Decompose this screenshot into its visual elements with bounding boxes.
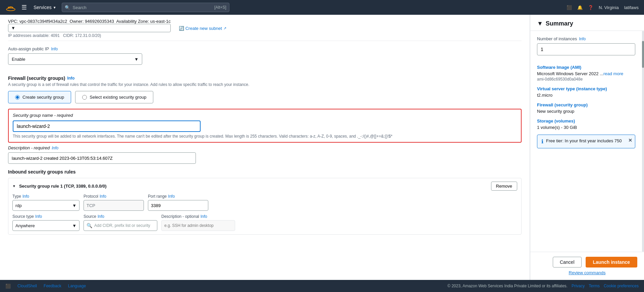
source-type-field: Source type Info Anywhere ▼: [12, 214, 79, 231]
instances-label: Number of instances Info: [537, 36, 635, 41]
firewall-summary-section: Firewall (security group) New security g…: [537, 102, 635, 114]
free-tier-box: ℹ Free tier: In your first year includes…: [537, 135, 635, 148]
instance-type-value: t2.micro: [537, 93, 635, 98]
description-section: Description - required Info: [8, 145, 522, 164]
summary-panel: ▼ Summary Number of instances Info Softw…: [530, 15, 644, 280]
desc-label: Description - required Info: [8, 145, 522, 150]
source-info[interactable]: Info: [98, 214, 104, 219]
desc-info[interactable]: Info: [52, 146, 58, 150]
sg-name-box: Security group name - required This secu…: [8, 109, 522, 143]
user-menu[interactable]: latifaws: [624, 5, 639, 10]
select-existing-sg-radio[interactable]: Select existing security group: [75, 91, 153, 103]
chevron-down-icon: ▼: [53, 6, 56, 9]
source-input[interactable]: 🔍 Add CIDR, prefix list or security: [84, 220, 157, 231]
instance-type-section: Virtual server type (instance type) t2.m…: [537, 86, 635, 98]
aws-logo: aws: [5, 2, 16, 13]
auto-assign-select[interactable]: Enable ▼: [8, 53, 142, 65]
triangle-icon: ▼: [537, 20, 543, 27]
region-selector[interactable]: N. Virginia: [599, 5, 619, 10]
firewall-summary-title[interactable]: Firewall (security group): [537, 102, 635, 107]
vpc-dropdown-btn[interactable]: ▼: [8, 24, 171, 32]
nav-right: ⬛ 🔔 ❓ N. Virginia latifaws: [567, 5, 639, 10]
top-navigation: aws ☰ Services ▼ 🔍 Search [Alt+S] ⬛ 🔔 ❓ …: [0, 0, 644, 15]
type-label: Type Info: [12, 194, 79, 199]
type-select[interactable]: rdp ▼: [12, 200, 79, 211]
triangle-icon: ▼: [12, 184, 16, 188]
firewall-label: Firewall (security groups) Info: [8, 76, 522, 81]
instances-input[interactable]: [537, 43, 635, 55]
source-field: Source Info 🔍 Add CIDR, prefix list or s…: [84, 214, 157, 231]
firewall-section: Firewall (security groups) Info A securi…: [8, 70, 522, 243]
ami-value: Microsoft Windows Server 2022 ...read mo…: [537, 71, 635, 76]
main-wrapper: VPC: vpc-0837c394f9434a2c2 Owner: 946926…: [0, 15, 644, 280]
create-new-subnet-link[interactable]: 🔄 Create new subnet ↗: [179, 26, 226, 31]
ami-section: Software Image (AMI) Microsoft Windows S…: [537, 65, 635, 82]
firewall-info[interactable]: Info: [67, 76, 74, 81]
chevron-down-icon: ▼: [72, 203, 76, 208]
rule-row: ▼ Security group rule 1 (TCP, 3389, 0.0.…: [8, 178, 522, 235]
menu-icon[interactable]: ☰: [21, 4, 27, 11]
search-icon: 🔍: [87, 223, 92, 228]
search-icon: 🔍: [65, 5, 70, 10]
help-icon[interactable]: ❓: [588, 5, 593, 10]
ami-id: ami-0d86c69530d0a048e: [537, 77, 635, 82]
services-menu[interactable]: Services ▼: [34, 5, 56, 10]
source-type-info[interactable]: Info: [35, 214, 42, 219]
source-label: Source Info: [84, 214, 157, 219]
chevron-down-icon: ▼: [134, 57, 139, 62]
auto-assign-label: Auto-assign public IP Info: [8, 46, 522, 51]
auto-assign-section: Auto-assign public IP Info Enable ▼: [8, 41, 522, 70]
cancel-button[interactable]: Cancel: [553, 257, 582, 267]
summary-scroll-content: Number of instances Info Software Image …: [530, 31, 642, 252]
summary-header: ▼ Summary: [530, 15, 644, 31]
bell-icon[interactable]: 🔔: [577, 5, 583, 10]
rule-header: ▼ Security group rule 1 (TCP, 3389, 0.0.…: [12, 182, 517, 191]
instances-info[interactable]: Info: [579, 37, 586, 41]
rule-desc-input[interactable]: [161, 220, 235, 231]
port-info[interactable]: Info: [168, 194, 175, 199]
port-field: Port range Info: [148, 194, 208, 211]
vpc-row: VPC: vpc-0837c394f9434a2c2 Owner: 946926…: [8, 15, 522, 41]
auto-assign-info[interactable]: Info: [51, 47, 58, 51]
desc-input[interactable]: [8, 152, 196, 164]
launch-instance-button[interactable]: Launch instance: [586, 257, 637, 267]
storage-value: 1 volume(s) - 30 GiB: [537, 125, 635, 130]
footer-buttons: Cancel Launch instance: [537, 257, 637, 267]
firewall-description: A security group is a set of firewall ru…: [8, 82, 522, 87]
search-bar[interactable]: 🔍 Search [Alt+S]: [62, 3, 229, 12]
remove-rule-button[interactable]: Remove: [491, 182, 517, 191]
firewall-summary-value: New security group: [537, 109, 635, 114]
sg-name-input[interactable]: [13, 120, 201, 132]
scrollbar[interactable]: [642, 31, 644, 252]
sg-name-hint: This security group will be added to all…: [13, 134, 517, 139]
source-type-select[interactable]: Anywhere ▼: [12, 220, 79, 231]
scrollbar-thumb: [642, 41, 644, 68]
rule-desc-info[interactable]: Info: [201, 214, 207, 219]
rule-header-left: ▼ Security group rule 1 (TCP, 3389, 0.0.…: [12, 184, 107, 189]
inbound-title: Inbound security groups rules: [8, 169, 522, 175]
summary-scroll-wrap: Number of instances Info Software Image …: [530, 31, 644, 252]
chevron-down-icon: ▼: [72, 223, 76, 228]
info-icon: ℹ: [541, 138, 543, 145]
create-sg-radio[interactable]: Create security group: [8, 91, 71, 103]
create-sg-radio-input[interactable]: [15, 95, 20, 100]
protocol-label: Protocol Info: [84, 194, 144, 199]
protocol-input: [84, 200, 144, 211]
free-tier-close-button[interactable]: ✕: [628, 138, 632, 143]
instance-type-title[interactable]: Virtual server type (instance type): [537, 86, 635, 91]
instances-section: Number of instances Info: [537, 36, 635, 60]
rule-desc-field: Description - optional Info: [161, 214, 235, 231]
select-existing-sg-radio-input[interactable]: [82, 95, 87, 100]
protocol-field: Protocol Info: [84, 194, 144, 211]
ami-title[interactable]: Software Image (AMI): [537, 65, 635, 70]
rule-desc-label: Description - optional Info: [161, 214, 235, 219]
review-commands-link[interactable]: Review commands: [537, 270, 637, 275]
terminal-icon[interactable]: ⬛: [567, 5, 572, 10]
storage-title[interactable]: Storage (volumes): [537, 118, 635, 124]
ami-read-more[interactable]: read more: [603, 71, 623, 76]
svg-text:aws: aws: [8, 6, 13, 9]
content-area: VPC: vpc-0837c394f9434a2c2 Owner: 946926…: [0, 15, 530, 280]
port-input[interactable]: [148, 200, 208, 211]
type-info[interactable]: Info: [22, 194, 29, 199]
protocol-info[interactable]: Info: [100, 194, 106, 199]
